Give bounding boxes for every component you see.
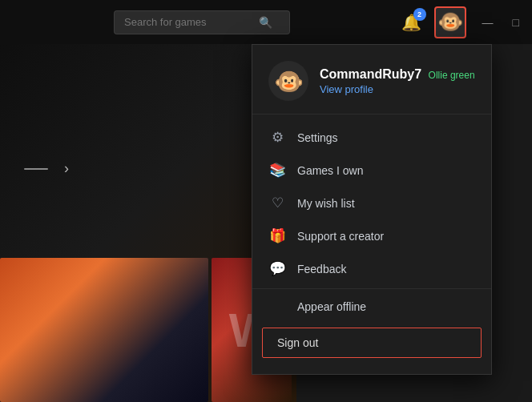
view-profile-link[interactable]: View profile bbox=[320, 83, 475, 95]
nav-arrows: › bbox=[24, 160, 69, 177]
menu-item-sign-out[interactable]: Sign out bbox=[262, 328, 482, 358]
search-icon: 🔍 bbox=[259, 16, 272, 29]
menu-divider bbox=[252, 288, 491, 289]
support-icon: 🎁 bbox=[268, 227, 286, 244]
search-bar[interactable]: 🔍 bbox=[114, 10, 290, 34]
profile-info: CommandRuby7 Ollie green View profile bbox=[320, 67, 475, 95]
search-input[interactable] bbox=[124, 16, 252, 28]
avatar-emoji: 🐵 bbox=[274, 67, 304, 95]
menu-item-games-own[interactable]: 📚 Games I own bbox=[252, 154, 491, 187]
nav-line-indicator bbox=[24, 168, 48, 170]
menu-item-wishlist[interactable]: ♡ My wish list bbox=[252, 187, 491, 219]
wishlist-icon: ♡ bbox=[268, 195, 286, 211]
profile-status: Ollie green bbox=[429, 70, 475, 81]
games-icon: 📚 bbox=[268, 162, 286, 179]
settings-label: Settings bbox=[297, 131, 338, 144]
menu-item-feedback[interactable]: 💬 Feedback bbox=[252, 252, 491, 285]
minimize-button[interactable]: — bbox=[479, 14, 497, 30]
menu-item-appear-offline[interactable]: Appear offline bbox=[252, 292, 491, 321]
menu-item-settings[interactable]: ⚙ Settings bbox=[252, 121, 491, 154]
settings-icon: ⚙ bbox=[268, 129, 286, 146]
avatar-icon: 🐵 bbox=[437, 10, 463, 34]
user-dropdown-menu: 🐵 CommandRuby7 Ollie green View profile … bbox=[252, 44, 492, 375]
avatar: 🐵 bbox=[268, 61, 308, 101]
profile-username: CommandRuby7 bbox=[320, 67, 421, 81]
profile-name-row: CommandRuby7 Ollie green bbox=[320, 67, 475, 82]
window-controls: — □ bbox=[479, 14, 522, 30]
game-thumb-1[interactable] bbox=[0, 258, 208, 402]
header: 🔍 🔔 2 🐵 — □ bbox=[0, 0, 532, 44]
feedback-icon: 💬 bbox=[268, 260, 286, 277]
nav-next-button[interactable]: › bbox=[64, 160, 69, 177]
profile-section: 🐵 CommandRuby7 Ollie green View profile bbox=[252, 45, 491, 115]
games-own-label: Games I own bbox=[297, 164, 363, 177]
avatar-button[interactable]: 🐵 bbox=[434, 6, 466, 38]
support-creator-label: Support a creator bbox=[297, 230, 384, 243]
wishlist-label: My wish list bbox=[297, 197, 355, 210]
notification-badge: 2 bbox=[413, 8, 426, 21]
feedback-label: Feedback bbox=[297, 263, 346, 275]
maximize-button[interactable]: □ bbox=[510, 14, 522, 30]
notification-button[interactable]: 🔔 2 bbox=[401, 13, 421, 32]
sign-out-label: Sign out bbox=[277, 336, 318, 349]
menu-item-support-creator[interactable]: 🎁 Support a creator bbox=[252, 219, 491, 252]
appear-offline-label: Appear offline bbox=[268, 300, 366, 313]
menu-items-list: ⚙ Settings 📚 Games I own ♡ My wish list … bbox=[252, 115, 491, 374]
